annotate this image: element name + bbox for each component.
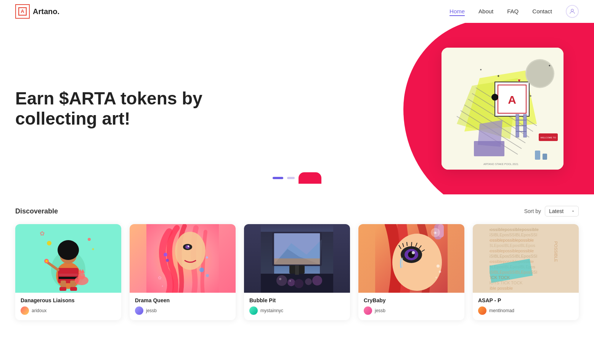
svg-text:SSIBLEposSSIBLEposSSI: SSIBLEposSSIBLEposSSI <box>490 233 537 237</box>
svg-point-2 <box>571 9 573 11</box>
svg-text:A: A <box>508 93 516 106</box>
svg-line-97 <box>407 242 407 246</box>
author-name: mentlnomad <box>489 308 514 313</box>
carousel-dots <box>273 172 321 184</box>
svg-text:possiblepossiblepossible: possiblepossiblepossible <box>490 249 534 253</box>
svg-point-63 <box>164 253 167 257</box>
art-card-info: Bubble Pit mystainnyc <box>244 293 350 320</box>
svg-point-81 <box>287 279 295 286</box>
carousel-dot-1[interactable] <box>273 177 283 179</box>
svg-point-62 <box>188 245 189 247</box>
svg-text:A: A <box>21 8 24 14</box>
art-card[interactable]: ✿ ◆ ♦ Drama Queen jessb <box>130 224 236 320</box>
art-card-title: Danagerous Liaisons <box>21 297 116 303</box>
art-card-info: Drama Queen jessb <box>130 293 236 320</box>
svg-point-66 <box>206 274 209 277</box>
art-card-info: ASAP - P mentlnomad <box>473 293 579 320</box>
svg-point-47 <box>45 260 48 262</box>
section-header: Discoverable Sort by Latest Oldest Popul… <box>15 206 579 216</box>
author-avatar <box>249 306 258 315</box>
svg-text:✦: ✦ <box>497 74 500 78</box>
art-card[interactable]: possiblepossiblepossible SSIBLEposSSIBLE… <box>473 224 579 320</box>
art-card-author: jessb <box>364 306 459 315</box>
nav-link-home[interactable]: Home <box>450 8 465 16</box>
author-avatar <box>478 306 486 315</box>
nav-link-about[interactable]: About <box>478 8 493 14</box>
hero-card-art: A ✦ ✦ ★ ✦ WELCOME <box>441 48 563 170</box>
svg-rect-44 <box>70 287 77 291</box>
svg-point-84 <box>312 276 322 285</box>
carousel-dot-2[interactable] <box>287 177 295 179</box>
svg-rect-48 <box>59 274 78 276</box>
nav-item-about[interactable]: About <box>478 8 493 15</box>
hero-art-card[interactable]: A ✦ ✦ ★ ✦ WELCOME <box>441 48 563 170</box>
svg-point-90 <box>392 234 442 291</box>
sort-label: Sort by <box>524 208 541 214</box>
svg-point-55 <box>88 238 91 241</box>
svg-text:◆: ◆ <box>205 255 209 259</box>
sort-area: Sort by Latest Oldest Popular <box>524 206 579 216</box>
author-avatar <box>135 306 143 315</box>
discover-section: Discoverable Sort by Latest Oldest Popul… <box>0 194 594 328</box>
svg-text:POSSIBLE: POSSIBLE <box>554 241 558 262</box>
nav-user[interactable] <box>566 5 579 18</box>
art-card-author: mentlnomad <box>478 306 573 315</box>
svg-text:✦: ✦ <box>548 64 551 67</box>
hero-section: Earn $ARTA tokens by collecting art! <box>0 23 594 194</box>
art-card[interactable]: 👁 CryBaby jessb <box>358 224 464 320</box>
svg-rect-49 <box>59 277 78 279</box>
art-card[interactable]: ✿ ✦ Danagerous Liaisons aridoux <box>15 224 121 320</box>
svg-line-98 <box>411 242 412 246</box>
svg-point-61 <box>185 245 190 249</box>
art-thumbnail: possiblepossiblepossible SSIBLEposSSIBLE… <box>473 224 579 293</box>
svg-text:ARTANO STAKE POOL 2021: ARTANO STAKE POOL 2021 <box>483 163 519 165</box>
art-card-author: aridoux <box>21 306 116 315</box>
nav-item-home[interactable]: Home <box>450 8 465 15</box>
art-card-info: Danagerous Liaisons aridoux <box>15 293 121 320</box>
svg-text:TICK TOCK: TICK TOCK <box>490 275 510 280</box>
svg-point-64 <box>166 259 169 262</box>
svg-rect-76 <box>274 258 320 265</box>
svg-text:BOYS TICK TOCK: BOYS TICK TOCK <box>490 281 523 285</box>
art-card-title: Bubble Pit <box>249 297 345 303</box>
art-card-title: ASAP - P <box>478 297 573 303</box>
user-icon[interactable] <box>566 5 579 18</box>
sort-select[interactable]: Latest Oldest Popular <box>545 206 579 216</box>
svg-point-94 <box>412 251 415 254</box>
svg-point-87 <box>279 278 281 280</box>
svg-rect-86 <box>295 265 299 275</box>
svg-point-39 <box>58 240 79 260</box>
author-name: mystainnyc <box>260 308 283 313</box>
svg-text:possiblepossiblepossible: possiblepossiblepossible <box>490 227 539 232</box>
svg-text:♥: ♥ <box>518 78 520 83</box>
art-thumbnail: 👁 <box>358 224 464 293</box>
svg-text:✿: ✿ <box>40 230 45 237</box>
navbar: A Artano. Home About FAQ Contact <box>0 0 594 23</box>
svg-point-54 <box>47 241 51 245</box>
svg-rect-29 <box>474 141 504 156</box>
nav-links: Home About FAQ Contact <box>450 5 579 18</box>
nav-item-contact[interactable]: Contact <box>532 8 552 15</box>
svg-point-82 <box>294 279 303 288</box>
svg-point-32 <box>491 94 498 101</box>
hero-image-area: A ✦ ✦ ★ ✦ WELCOME <box>267 23 594 194</box>
svg-text:SSIBLEposSSIBLEposSSI: SSIBLEposSSIBLEposSSI <box>490 254 537 258</box>
svg-point-106 <box>437 265 440 268</box>
nav-link-contact[interactable]: Contact <box>532 8 552 14</box>
svg-text:✦: ✦ <box>91 247 95 252</box>
logo[interactable]: A Artano. <box>15 4 59 19</box>
svg-text:sible possible: sible possible <box>490 286 513 290</box>
author-avatar <box>364 306 372 315</box>
art-thumbnail: ✿ ✦ <box>15 224 121 293</box>
carousel-dot-3[interactable] <box>299 172 321 184</box>
svg-text:✿: ✿ <box>158 275 162 281</box>
logo-icon: A <box>15 4 30 19</box>
nav-link-faq[interactable]: FAQ <box>507 8 519 14</box>
svg-text:♦: ♦ <box>162 284 163 288</box>
section-title: Discoverable <box>15 207 58 215</box>
nav-item-faq[interactable]: FAQ <box>507 8 519 15</box>
svg-text:possiblepossiblepossible: possiblepossiblepossible <box>490 238 534 242</box>
svg-text:SSIBLEposSSIBLEposSSI: SSIBLEposSSIBLEposSSI <box>490 270 537 274</box>
art-card[interactable]: Bubble Pit mystainnyc <box>244 224 350 320</box>
art-thumbnail: ✿ ◆ ♦ <box>130 224 236 293</box>
